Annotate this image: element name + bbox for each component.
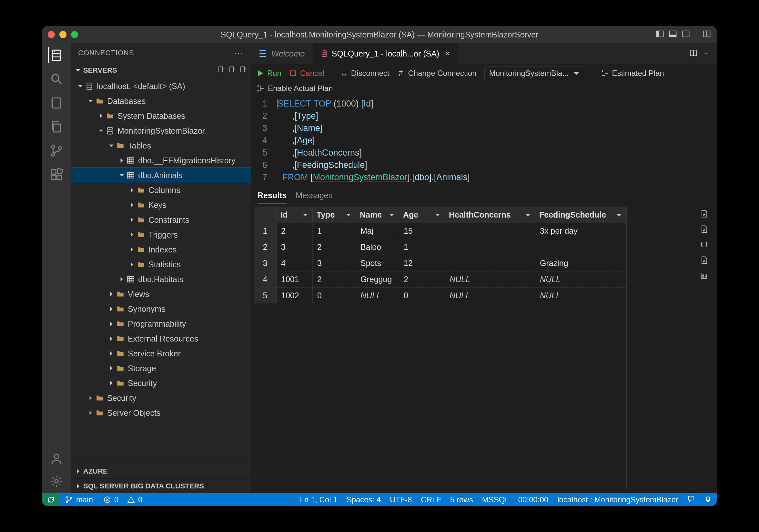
- table-row[interactable]: 232Baloo1: [254, 239, 626, 255]
- search-view-icon[interactable]: [48, 71, 64, 87]
- column-header[interactable]: [254, 207, 277, 223]
- row-count-status[interactable]: 5 rows: [450, 495, 473, 504]
- problems-status[interactable]: 0 0: [98, 493, 147, 506]
- save-csv-icon[interactable]: [699, 209, 709, 220]
- explorer-view-icon[interactable]: [48, 119, 64, 135]
- connections-view-icon[interactable]: [48, 47, 64, 63]
- table-cell[interactable]: 4: [277, 255, 313, 271]
- tree-habitats[interactable]: dbo.Habitats: [71, 272, 251, 287]
- tab-welcome[interactable]: ☰Welcome: [251, 43, 313, 64]
- table-cell[interactable]: 2: [399, 271, 445, 287]
- tree-servicebroker[interactable]: Service Broker: [71, 346, 251, 361]
- tree-views[interactable]: Views: [71, 287, 251, 302]
- section-azure[interactable]: AZURE: [71, 464, 251, 478]
- table-cell[interactable]: 3: [313, 255, 356, 271]
- settings-gear-icon[interactable]: [48, 473, 64, 489]
- messages-tab[interactable]: Messages: [296, 191, 332, 204]
- tree-securitydb[interactable]: Security: [71, 376, 251, 390]
- table-cell[interactable]: 1: [254, 223, 277, 239]
- table-cell[interactable]: 3: [254, 255, 277, 271]
- indent-status[interactable]: Spaces: 4: [346, 495, 381, 504]
- table-cell[interactable]: Baloo: [356, 239, 399, 255]
- table-cell[interactable]: NULL: [536, 271, 626, 287]
- tree-storage[interactable]: Storage: [71, 361, 251, 376]
- section-servers[interactable]: SERVERS: [71, 62, 251, 77]
- table-row[interactable]: 510020NULL0NULLNULL: [254, 287, 626, 304]
- run-button[interactable]: Run: [256, 69, 281, 78]
- extensions-view-icon[interactable]: [48, 167, 64, 183]
- encoding-status[interactable]: UTF-8: [390, 495, 412, 504]
- table-cell[interactable]: 0: [313, 288, 356, 304]
- tree-keys[interactable]: Keys: [71, 198, 251, 212]
- table-row[interactable]: 121Maj153x per day: [254, 223, 626, 239]
- table-cell[interactable]: [445, 255, 536, 271]
- table-cell[interactable]: 1002: [277, 288, 313, 304]
- tree-userdb[interactable]: MonitoringSystemBlazor: [71, 123, 251, 138]
- tree-tables[interactable]: Tables: [71, 138, 251, 153]
- table-cell[interactable]: 3: [277, 239, 313, 255]
- table-cell[interactable]: 15: [399, 223, 445, 239]
- column-header[interactable]: Id: [277, 207, 313, 223]
- notebooks-view-icon[interactable]: [48, 95, 64, 111]
- maximize-window[interactable]: [71, 31, 78, 38]
- database-select[interactable]: MonitoringSystemBla...: [484, 66, 585, 80]
- tree-columns[interactable]: Columns: [71, 183, 251, 198]
- bell-icon[interactable]: [704, 495, 712, 505]
- cancel-button[interactable]: Cancel: [289, 69, 324, 78]
- table-cell[interactable]: Spots: [356, 255, 399, 271]
- table-cell[interactable]: [445, 223, 536, 239]
- column-header[interactable]: Name: [356, 207, 399, 223]
- tree-triggers[interactable]: Triggers: [71, 227, 251, 242]
- account-icon[interactable]: [48, 451, 64, 467]
- change-connection-button[interactable]: Change Connection: [397, 69, 476, 78]
- layout-sidebar-right-icon[interactable]: [681, 29, 690, 40]
- tree-security[interactable]: Security: [71, 390, 251, 405]
- table-cell[interactable]: 4: [254, 271, 277, 287]
- table-cell[interactable]: NULL: [445, 288, 536, 304]
- enable-actual-plan-button[interactable]: Enable Actual Plan: [256, 84, 333, 93]
- table-cell[interactable]: 3x per day: [536, 223, 626, 239]
- refresh-servers-icon[interactable]: [239, 65, 247, 75]
- table-cell[interactable]: 1: [399, 239, 445, 255]
- table-cell[interactable]: 1001: [277, 271, 313, 287]
- column-header[interactable]: Age: [399, 207, 445, 223]
- table-row[interactable]: 410012Greggug2NULLNULL: [254, 271, 626, 287]
- tree-animals[interactable]: dbo.Animals: [71, 168, 251, 183]
- table-row[interactable]: 343Spots12Grazing: [254, 255, 626, 271]
- table-cell[interactable]: 2: [313, 239, 356, 255]
- new-connection-icon[interactable]: [218, 65, 225, 75]
- branch-status[interactable]: main: [60, 493, 98, 506]
- language-status[interactable]: MSSQL: [482, 495, 509, 504]
- eol-status[interactable]: CRLF: [421, 495, 441, 504]
- table-cell[interactable]: 2: [254, 239, 277, 255]
- section-bigdata[interactable]: SQL SERVER BIG DATA CLUSTERS: [71, 478, 251, 493]
- tree-indexes[interactable]: Indexes: [71, 242, 251, 257]
- save-excel-icon[interactable]: [699, 225, 709, 235]
- layout-panel-icon[interactable]: [668, 29, 677, 40]
- results-grid[interactable]: IdTypeNameAgeHealthConcernsFeedingSchedu…: [254, 207, 627, 489]
- table-cell[interactable]: 12: [399, 255, 445, 271]
- table-cell[interactable]: NULL: [445, 271, 536, 287]
- tab-sqlquery[interactable]: SQLQuery_1 - localh...or (SA) ×: [313, 43, 458, 64]
- layout-grid-icon[interactable]: [702, 29, 711, 40]
- tree-synonyms[interactable]: Synonyms: [71, 302, 251, 316]
- column-header[interactable]: HealthConcerns: [445, 207, 536, 223]
- tree-serverobjects[interactable]: Server Objects: [71, 405, 251, 420]
- save-xml-icon[interactable]: [699, 256, 709, 266]
- remote-indicator[interactable]: [42, 493, 60, 506]
- code-editor[interactable]: 1234567 SELECT TOP (1000) [Id] ,[Type] ,…: [251, 96, 717, 184]
- feedback-icon[interactable]: [687, 495, 695, 505]
- table-cell[interactable]: Maj: [356, 223, 399, 239]
- table-cell[interactable]: 1: [313, 223, 356, 239]
- tree-databases[interactable]: Databases: [71, 94, 251, 108]
- elapsed-status[interactable]: 00:00:00: [518, 495, 548, 504]
- disconnect-button[interactable]: Disconnect: [340, 69, 389, 78]
- editor-more-icon[interactable]: ···: [703, 51, 711, 57]
- table-cell[interactable]: 0: [399, 288, 445, 304]
- layout-sidebar-left-icon[interactable]: [656, 29, 664, 40]
- tree-statistics[interactable]: Statistics: [71, 257, 251, 272]
- tree-server[interactable]: localhost, <default> (SA): [71, 79, 251, 94]
- connection-status[interactable]: localhost : MonitoringSystemBlazor: [557, 495, 678, 504]
- tree-migrations[interactable]: dbo.__EFMigrationsHistory: [71, 153, 251, 168]
- column-header[interactable]: Type: [313, 207, 356, 223]
